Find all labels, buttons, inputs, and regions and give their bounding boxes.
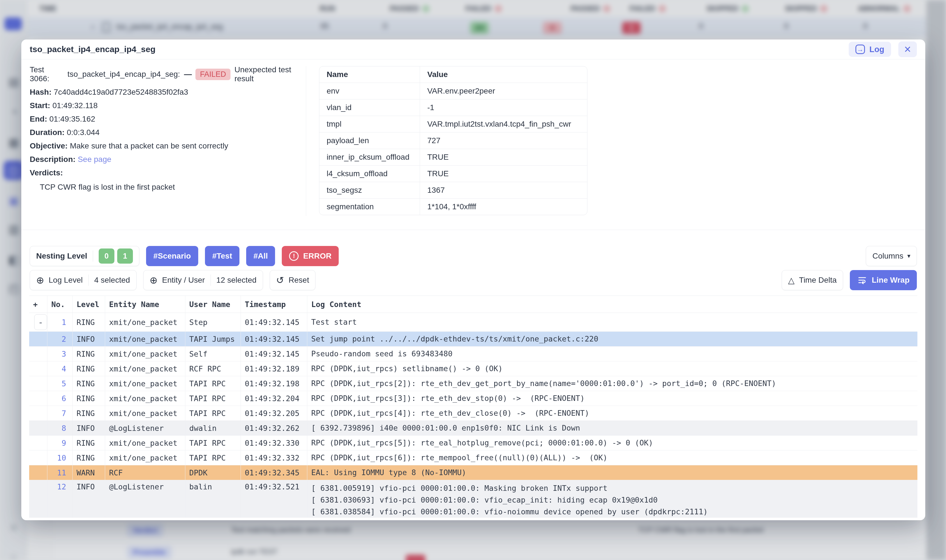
- objective-line: Objective: Make sure that a packet can b…: [30, 141, 307, 151]
- test-name: tso_packet_ip4_encap_ip4_seg:: [67, 70, 180, 79]
- log-row[interactable]: 9RINGxmit/one_packetTAPI RPC01:49:32.330…: [29, 435, 917, 451]
- log-cell-content: RPC (DPDK,iut_rpcs[2]): rte_eth_dev_get_…: [307, 376, 917, 391]
- columns-button[interactable]: Columns ▾: [866, 246, 917, 266]
- log-cell-number: 6: [47, 391, 73, 406]
- reset-button[interactable]: ↺ Reset: [270, 270, 316, 290]
- nesting-level-chip-1[interactable]: 1: [117, 248, 133, 264]
- params-row: payload_len727: [319, 132, 587, 149]
- param-name: segmentation: [319, 198, 420, 215]
- log-cell-content: [ 6392.739896] i40e 0000:01:00.0 enp1s0f…: [307, 421, 917, 435]
- line-wrap-button[interactable]: Line Wrap: [850, 270, 917, 290]
- log-header-cell: User Name: [185, 296, 241, 312]
- error-icon: !: [289, 251, 299, 261]
- log-cell-user: Self: [185, 346, 241, 361]
- log-cell-timestamp: 01:49:32.145: [241, 332, 307, 346]
- log-cell-user: TAPI RPC: [185, 376, 241, 391]
- log-cell-user: dwalin: [185, 421, 241, 435]
- tag-filter-test[interactable]: #Test: [205, 246, 239, 266]
- log-cell-level: RING: [73, 346, 105, 361]
- log-cell-level: INFO: [73, 332, 105, 346]
- log-row[interactable]: 5RINGxmit/one_packetTAPI RPC01:49:32.198…: [29, 376, 917, 391]
- log-table-header: +No.LevelEntity NameUser NameTimestampLo…: [29, 295, 917, 313]
- log-row[interactable]: 11WARNRCFDPDK01:49:32.345EAL: Using IOMM…: [29, 465, 917, 480]
- entity-user-filter[interactable]: ⊕ Entity / User 12 selected: [143, 270, 263, 290]
- params-row: l4_cksum_offloadTRUE: [319, 165, 587, 182]
- log-cell-user: TAPI RPC: [185, 406, 241, 420]
- log-cell-user: balin: [185, 480, 241, 518]
- log-row[interactable]: -1RINGxmit/one_packetStep01:49:32.145Tes…: [29, 313, 917, 332]
- params-table: NameValueenvVAR.env.peer2peervlan_id-1tm…: [319, 66, 587, 215]
- log-header-cell: +: [29, 296, 47, 312]
- log-row[interactable]: 4RINGxmit/one_packetRCF RPC01:49:32.189R…: [29, 362, 917, 376]
- log-row[interactable]: 7RINGxmit/one_packetTAPI RPC01:49:32.205…: [29, 406, 917, 421]
- log-cell-content: RPC (DPDK,iut_rpcs[3]): rte_eth_dev_stop…: [307, 391, 917, 406]
- log-button[interactable]: → Log: [849, 42, 891, 57]
- description-line: Description: See page: [30, 155, 307, 164]
- log-header-cell: Entity Name: [105, 296, 185, 312]
- params-header-cell: Value: [420, 66, 587, 83]
- log-cell-user: TAPI RPC: [185, 451, 241, 465]
- duration-line: Duration: 0:0:3.044: [30, 128, 307, 137]
- see-page-link[interactable]: See page: [78, 155, 111, 164]
- nesting-level-chip-0[interactable]: 0: [99, 248, 114, 264]
- description-label: Description:: [30, 155, 76, 164]
- log-cell-number: 1: [47, 313, 73, 331]
- log-cell-content: Set jump point ../../../dpdk-ethdev-ts/t…: [307, 332, 917, 346]
- tag-filter-all[interactable]: #All: [246, 246, 275, 266]
- nesting-level-label: Nesting Level: [36, 252, 87, 260]
- log-header-cell: Log Content: [307, 296, 917, 312]
- log-header-cell: Timestamp: [241, 296, 307, 312]
- test-number-label: Test 3066:: [30, 65, 63, 83]
- params-header-row: NameValue: [319, 66, 587, 83]
- param-name: tso_segsz: [319, 182, 420, 198]
- params-row: tso_segsz1367: [319, 182, 587, 198]
- collapse-row-button[interactable]: -: [34, 314, 47, 330]
- log-cell-number: 10: [47, 451, 73, 465]
- log-cell-expand: [29, 465, 47, 480]
- log-cell-timestamp: 01:49:32.330: [241, 435, 307, 450]
- line-wrap-label: Line Wrap: [872, 275, 909, 285]
- log-cell-number: 2: [47, 332, 73, 346]
- params-row: segmentation1*104, 1*0xffff: [319, 198, 587, 215]
- log-cell-expand: [29, 480, 47, 518]
- time-delta-label: Time Delta: [799, 275, 836, 285]
- log-table: +No.LevelEntity NameUser NameTimestampLo…: [29, 295, 917, 520]
- log-cell-expand: [29, 421, 47, 435]
- tag-filter-scenario[interactable]: #Scenario: [146, 246, 198, 266]
- entity-user-label: Entity / User: [162, 275, 205, 285]
- log-cell-content: RPC (DPDK,iut_rpcs) setlibname() -> 0 (O…: [307, 362, 917, 376]
- log-cell-expand: [29, 346, 47, 361]
- log-row[interactable]: 8INFO@LogListenerdwalin01:49:32.262[ 639…: [29, 421, 917, 435]
- log-level-filter[interactable]: ⊕ Log Level 4 selected: [30, 270, 137, 290]
- param-value: 727: [420, 132, 587, 149]
- log-row[interactable]: 12INFO@LogListenerbalin01:49:32.521[ 638…: [29, 480, 917, 518]
- log-row[interactable]: 10RINGxmit/one_packetTAPI RPC01:49:32.33…: [29, 451, 917, 465]
- log-row[interactable]: 3RINGxmit/one_packetSelf01:49:32.145Pseu…: [29, 346, 917, 362]
- param-value: -1: [420, 100, 587, 116]
- log-cell-entity: xmit/one_packet: [105, 346, 185, 361]
- log-header-cell: No.: [47, 296, 73, 312]
- log-header-cell: Level: [73, 296, 105, 312]
- log-cell-timestamp: 01:49:32.198: [241, 376, 307, 391]
- line-wrap-icon: [857, 275, 867, 285]
- log-cell-expand: [29, 362, 47, 376]
- time-delta-button[interactable]: △ Time Delta: [782, 270, 843, 290]
- log-row[interactable]: 2INFOxmit/one_packetTAPI Jumps01:49:32.1…: [29, 332, 917, 346]
- log-cell-content: RPC (DPDK,iut_rpcs[4]): rte_eth_dev_clos…: [307, 406, 917, 420]
- filter-row-2: ⊕ Log Level 4 selected ⊕ Entity / User 1…: [30, 270, 917, 290]
- close-button[interactable]: ×: [898, 42, 917, 57]
- end-line: End: 01:49:35.162: [30, 114, 307, 123]
- verdicts-line: Verdicts:: [30, 168, 307, 177]
- log-row[interactable]: 6RINGxmit/one_packetTAPI RPC01:49:32.204…: [29, 391, 917, 406]
- dash-separator: —: [184, 70, 191, 79]
- log-cell-timestamp: 01:49:32.521: [241, 480, 307, 518]
- param-name: tmpl: [319, 116, 420, 132]
- log-cell-timestamp: 01:49:32.205: [241, 406, 307, 420]
- log-cell-expand: [29, 435, 47, 450]
- log-cell-timestamp: 01:49:32.332: [241, 451, 307, 465]
- end-label: End:: [30, 115, 47, 123]
- log-cell-entity: xmit/one_packet: [105, 376, 185, 391]
- log-cell-entity: RCF: [105, 465, 185, 480]
- error-filter-button[interactable]: ! ERROR: [282, 246, 339, 266]
- log-cell-content: RPC (DPDK,iut_rpcs[5]): rte_eal_hotplug_…: [307, 435, 917, 450]
